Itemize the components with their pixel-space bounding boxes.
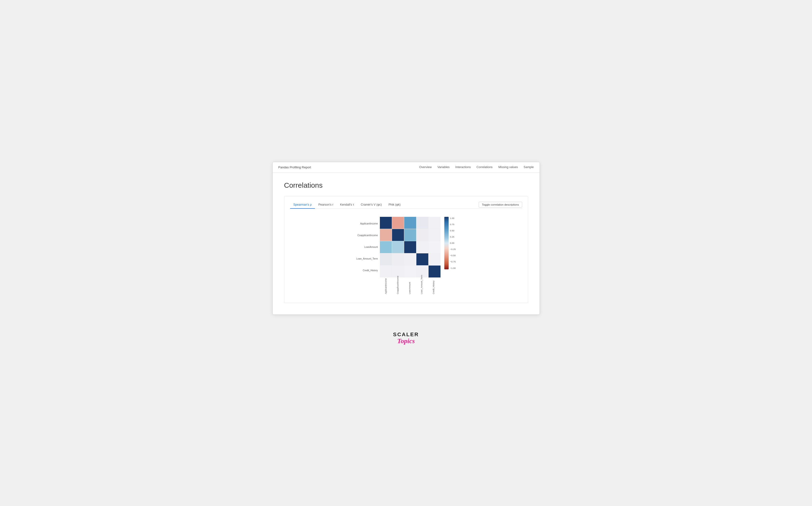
y-label-1: CoapplicantIncome	[356, 230, 378, 241]
tabs-row: Spearman's ρ Pearson's r Kendall's τ Cra…	[290, 201, 522, 209]
tab-kendall[interactable]: Kendall's τ	[337, 201, 357, 209]
toggle-descriptions-button[interactable]: Toggle correlation descriptions	[479, 202, 522, 207]
cell-r1-c1	[392, 229, 404, 241]
tab-phik[interactable]: Phik (φk)	[385, 201, 404, 209]
colorbar-label-1: 0.75	[450, 223, 456, 226]
cell-r0-c0	[380, 217, 392, 229]
colorbar-label-4: 0.00	[450, 242, 456, 244]
nav-brand: Pandas Profiling Report	[278, 165, 311, 169]
nav-link-interactions[interactable]: Interactions	[455, 165, 471, 169]
nav-link-overview[interactable]: Overview	[419, 165, 432, 169]
chart-area: ApplicantIncome CoapplicantIncome LoanAm…	[290, 215, 522, 295]
cell-r3-c1	[392, 253, 404, 265]
nav-link-missing[interactable]: Missing values	[498, 165, 518, 169]
grid-and-x: ApplicantIncome CoapplicantIncome LoanAm…	[380, 217, 441, 295]
cell-r0-c3	[417, 217, 428, 229]
browser-window: Pandas Profiling Report Overview Variabl…	[272, 162, 540, 315]
colorbar-label-3: 0.25	[450, 236, 456, 238]
tab-cramer[interactable]: Cramér's V (φc)	[357, 201, 385, 209]
y-label-2: LoanAmount	[356, 241, 378, 253]
colorbar-label-2: 0.50	[450, 229, 456, 232]
heatmap-inner: ApplicantIncome CoapplicantIncome LoanAm…	[356, 217, 456, 295]
nav-link-variables[interactable]: Variables	[437, 165, 450, 169]
cell-r2-c3	[417, 241, 428, 253]
nav-links: Overview Variables Interactions Correlat…	[419, 165, 534, 169]
colorbar-label-0: 1.00	[450, 217, 456, 220]
nav-link-sample[interactable]: Sample	[524, 165, 534, 169]
tab-spearman[interactable]: Spearman's ρ	[290, 201, 315, 209]
logo-area: SCALER Topics	[393, 331, 419, 344]
cell-r1-c0	[380, 229, 392, 241]
tabs-container: Spearman's ρ Pearson's r Kendall's τ Cra…	[290, 201, 404, 208]
colorbar-label-7: −0.75	[450, 260, 456, 263]
nav-link-correlations[interactable]: Correlations	[476, 165, 492, 169]
cell-r4-c2	[404, 265, 416, 277]
x-labels: ApplicantIncome CoapplicantIncome LoanAm…	[380, 278, 441, 295]
y-label-4: Credit_History	[356, 265, 378, 276]
cell-r1-c4	[429, 229, 441, 241]
tab-pearson[interactable]: Pearson's r	[315, 201, 337, 209]
logo-scaler: SCALER	[393, 331, 419, 338]
cell-r0-c4	[429, 217, 441, 229]
main-content: Correlations Spearman's ρ Pearson's r Ke…	[273, 173, 540, 315]
cell-r4-c0	[380, 265, 392, 277]
cell-r2-c2	[404, 241, 416, 253]
cell-r3-c3	[417, 253, 428, 265]
cell-r4-c4	[429, 265, 441, 277]
colorbar-label-6: −0.50	[450, 254, 456, 257]
y-labels: ApplicantIncome CoapplicantIncome LoanAm…	[356, 217, 378, 276]
cell-r2-c0	[380, 241, 392, 253]
cell-r2-c4	[429, 241, 441, 253]
y-label-0: ApplicantIncome	[356, 218, 378, 230]
cell-r2-c1	[392, 241, 404, 253]
cell-r0-c2	[404, 217, 416, 229]
x-label-3: Loan_Amount_Term	[416, 278, 428, 295]
x-label-1: CoapplicantIncome	[392, 278, 404, 295]
page-title: Correlations	[284, 181, 528, 189]
colorbar-wrapper: 1.00 0.75 0.50 0.25 0.00 −0.25 −0.50 −0.…	[444, 217, 456, 270]
correlations-card: Spearman's ρ Pearson's r Kendall's τ Cra…	[284, 196, 528, 303]
heatmap-container: ApplicantIncome CoapplicantIncome LoanAm…	[356, 217, 456, 295]
colorbar-gradient	[444, 217, 449, 269]
x-label-4: Credit_History	[428, 278, 440, 295]
cell-r3-c0	[380, 253, 392, 265]
nav-bar: Pandas Profiling Report Overview Variabl…	[273, 162, 540, 173]
cell-r0-c1	[392, 217, 404, 229]
cell-r3-c2	[404, 253, 416, 265]
cell-r3-c4	[429, 253, 441, 265]
colorbar-label-5: −0.25	[450, 248, 456, 251]
x-label-0: ApplicantIncome	[380, 278, 392, 295]
colorbar-label-8: −1.00	[450, 267, 456, 269]
cell-r1-c2	[404, 229, 416, 241]
x-label-2: LoanAmount	[404, 278, 416, 295]
cell-r1-c3	[417, 229, 428, 241]
logo-topics: Topics	[397, 338, 415, 344]
heatmap-grid	[380, 217, 441, 277]
y-label-3: Loan_Amount_Term	[356, 253, 378, 265]
